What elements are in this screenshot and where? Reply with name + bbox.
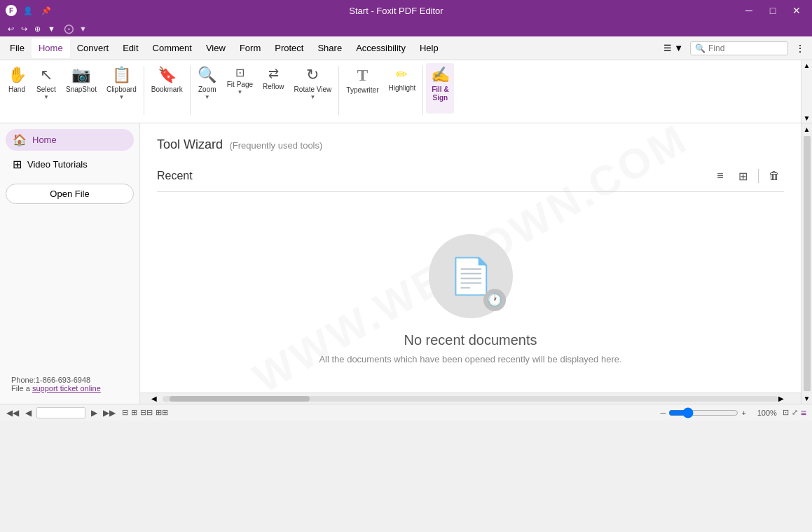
fullscreen-btn[interactable]: ⤢ — [792, 408, 798, 417]
annotation-btn[interactable]: ≡ — [801, 407, 806, 418]
fitpage-dropdown-arrow: ▼ — [237, 89, 242, 95]
fillsign-icon: ✍ — [431, 66, 450, 84]
content-main: WWW.WEIDOWN.COM WWW.WEIDOWN.COM WWW.WEID… — [140, 123, 801, 404]
highlight-tool-btn[interactable]: ✏ Highlight — [384, 63, 420, 114]
redo-button[interactable]: ↪ — [19, 24, 29, 34]
list-view-btn[interactable]: ≡ — [710, 166, 730, 186]
menu-right: ☰ ▼ 🔍 ⋮ — [659, 40, 809, 57]
quick-access-toolbar: ↩ ↪ ⊕ ▼ ⊙ ▼ — [0, 21, 812, 36]
menu-comment[interactable]: Comment — [146, 39, 199, 58]
scroll-up-btn[interactable]: ▲ — [801, 123, 813, 135]
support-link[interactable]: support ticket online — [32, 384, 101, 393]
main-content: WWW.WEIDOWN.COM WWW.WEIDOWN.COM WWW.WEID… — [140, 123, 801, 393]
fitpage-tool-btn[interactable]: ⊡ Fit Page ▼ — [223, 63, 257, 114]
scroll-track — [163, 396, 778, 402]
menu-protect[interactable]: Protect — [268, 39, 310, 58]
menu-convert[interactable]: Convert — [70, 39, 116, 58]
customize-btn[interactable]: ☰ ▼ — [659, 41, 687, 55]
search-input[interactable] — [708, 43, 785, 53]
reflow-label: Reflow — [263, 83, 284, 91]
fillsign-tool-btn[interactable]: ✍ Fill &Sign — [426, 63, 454, 114]
zoom-label: Zoom — [198, 86, 216, 94]
status-bar: ◀◀ ◀ ▶ ▶▶ ⊟ ⊞ ⊟⊟ ⊞⊞ ─ + 100% ⊡ ⤢ ≡ — [0, 404, 812, 421]
title-bar: F 👤 📌 Start - Foxit PDF Editor ─ □ ✕ — [0, 0, 812, 21]
scroll-thumb[interactable] — [170, 396, 310, 402]
menu-edit[interactable]: Edit — [116, 39, 145, 58]
menu-share[interactable]: Share — [310, 39, 349, 58]
reflow-tool-btn[interactable]: ⇄ Reflow — [259, 63, 289, 114]
snapshot-label: SnapShot — [66, 86, 97, 94]
menu-form[interactable]: Form — [233, 39, 268, 58]
maximize-button[interactable]: □ — [763, 4, 783, 18]
hand-tool-btn[interactable]: ✋ Hand — [3, 63, 31, 114]
pin-btn[interactable]: 📌 — [39, 4, 53, 18]
recent-controls: ≡ ⊞ 🗑 — [710, 166, 784, 186]
rotateview-tool-btn[interactable]: ↻ Rotate View ▼ — [290, 63, 336, 114]
delete-btn[interactable]: 🗑 — [764, 166, 784, 186]
fit-width-btn[interactable]: ⊡ — [783, 408, 789, 417]
title-bar-left: F 👤 📌 — [6, 4, 53, 18]
scroll-down-btn[interactable]: ▼ — [801, 393, 813, 404]
rotateview-icon: ↻ — [306, 66, 319, 84]
clipboard-label: Clipboard — [106, 86, 137, 94]
zoom-slider[interactable] — [668, 407, 738, 418]
bookmark-tool-btn[interactable]: 🔖 Bookmark — [147, 63, 187, 114]
hand-label: Hand — [8, 86, 25, 94]
page-layout-btn[interactable]: ⊞ — [131, 408, 137, 417]
qa-menu-btn[interactable]: ▼ — [46, 24, 57, 34]
zoom-max-btn[interactable]: + — [741, 409, 745, 417]
scroll-right-btn[interactable]: ▶ — [778, 395, 790, 402]
minimize-button[interactable]: ─ — [739, 4, 759, 18]
snapshot-tool-btn[interactable]: 📷 SnapShot — [62, 63, 101, 114]
sidebar-item-home[interactable]: 🏠 Home — [6, 129, 134, 151]
app-icon: F — [6, 5, 17, 16]
scroll-thumb-vertical[interactable] — [804, 136, 811, 391]
menu-file[interactable]: File — [3, 39, 32, 58]
qa-extra-btn[interactable]: ⊕ — [32, 24, 43, 34]
zoom-tool-btn[interactable]: 🔍 Zoom ▼ — [193, 63, 221, 114]
horizontal-scrollbar[interactable]: ◀ ▶ — [140, 393, 801, 404]
page-split-btn[interactable]: ⊟ — [122, 408, 128, 417]
sidebar-home-label: Home — [32, 135, 57, 145]
first-page-btn[interactable]: ◀◀ — [6, 406, 20, 420]
recent-header: Recent ≡ ⊞ 🗑 — [157, 166, 784, 186]
recent-divider — [157, 191, 784, 192]
profile-btn[interactable]: 👤 — [21, 4, 35, 18]
ribbon: ✋ Hand ↖ Select ▼ 📷 SnapShot 📋 Clipboard… — [0, 60, 812, 123]
last-page-btn[interactable]: ▶▶ — [102, 406, 116, 420]
menu-accessibility[interactable]: Accessibility — [349, 39, 413, 58]
grid-view-btn[interactable]: ⊞ — [733, 166, 752, 186]
vertical-scrollbar[interactable]: ▲ ▼ — [801, 123, 812, 404]
two-page-btn[interactable]: ⊟⊟ — [140, 408, 153, 417]
window-title: Start - Foxit PDF Editor — [53, 6, 739, 16]
undo-button[interactable]: ↩ — [6, 24, 16, 34]
zoom-min-btn[interactable]: ─ — [661, 409, 666, 417]
next-page-btn[interactable]: ▶ — [87, 406, 101, 420]
typewriter-tool-btn[interactable]: T Typewriter — [342, 63, 383, 114]
menu-home[interactable]: Home — [32, 39, 70, 58]
highlight-label: Highlight — [388, 84, 415, 93]
prev-page-btn[interactable]: ◀ — [21, 406, 35, 420]
sidebar-footer: Phone:1-866-693-6948 File a support tick… — [6, 370, 134, 398]
page-number-input[interactable] — [36, 407, 85, 418]
sidebar-item-video-tutorials[interactable]: ⊞ Video Tutorials — [6, 154, 134, 175]
zoom-icon: 🔍 — [198, 66, 216, 84]
select-tool-btn[interactable]: ↖ Select ▼ — [32, 63, 60, 114]
more-options-btn[interactable]: ⋮ — [791, 40, 809, 57]
select-dropdown-arrow: ▼ — [43, 94, 49, 100]
scroll-left-btn[interactable]: ◀ — [151, 395, 163, 402]
empty-state: 📄 🕐 No recent documents All the document… — [157, 206, 784, 378]
tool-wizard-section: Tool Wizard (Frequently used tools) — [157, 137, 784, 152]
search-box[interactable]: 🔍 — [690, 41, 788, 55]
clipboard-tool-btn[interactable]: 📋 Clipboard ▼ — [102, 63, 141, 114]
open-file-button[interactable]: Open File — [6, 184, 134, 204]
facing-page-btn[interactable]: ⊞⊞ — [156, 408, 168, 417]
close-button[interactable]: ✕ — [787, 4, 806, 18]
zoom-dropdown-arrow: ▼ — [205, 94, 210, 100]
ribbon-scroll-up[interactable]: ▲ — [802, 60, 812, 71]
menu-help[interactable]: Help — [413, 39, 446, 58]
reflow-icon: ⇄ — [268, 66, 279, 81]
clipboard-dropdown-arrow: ▼ — [118, 94, 124, 100]
menu-view[interactable]: View — [199, 39, 233, 58]
ribbon-scroll-down[interactable]: ▼ — [802, 113, 812, 123]
